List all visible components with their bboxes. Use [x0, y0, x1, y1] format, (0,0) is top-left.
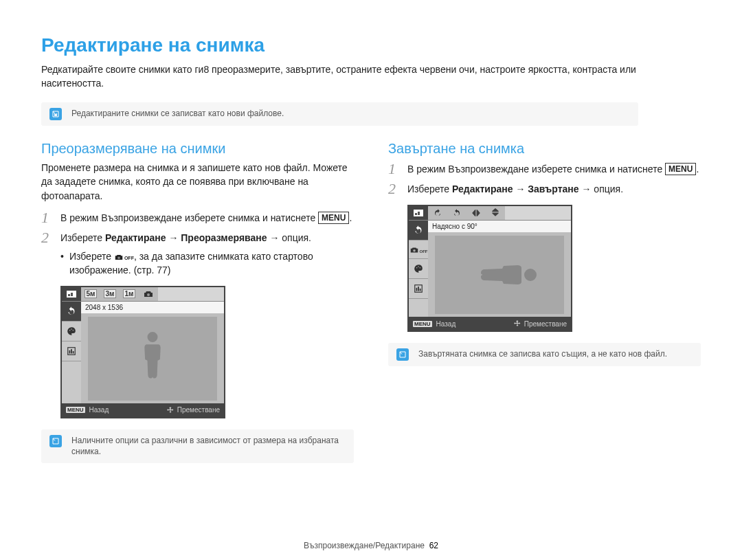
top-note-box: Редактираните снимки се записват като но…	[41, 102, 638, 126]
camera-screen-resize: 5м 3м 1м	[60, 286, 225, 418]
svg-point-0	[117, 256, 120, 259]
move-label: Преместване	[177, 406, 220, 414]
resize-step-2: 2 Изберете Редактиране → Преоразмеряване…	[41, 229, 354, 245]
step1a: В режим Възпроизвеждане изберете снимка …	[407, 164, 665, 175]
resize-bullet: Изберете OFF, за да запазите снимката ка…	[60, 249, 354, 278]
resize-note-text: Наличните опции са различни в зависимост…	[71, 435, 346, 458]
side-icon-rotate	[409, 221, 428, 240]
col-resize: Преоразмеряване на снимки Променете разм…	[41, 141, 354, 470]
svg-point-16	[416, 267, 418, 269]
back-key-icon: MENU	[66, 407, 85, 413]
rotate-heading: Завъртане на снимка	[388, 141, 701, 157]
svg-rect-11	[73, 351, 74, 354]
back-label: Назад	[89, 406, 109, 414]
svg-point-4	[147, 293, 150, 296]
rotate-note-text: Завъртяната снимка се записва като същия…	[418, 348, 667, 360]
col-rotate: Завъртане на снимка 1 В режим Възпроизве…	[388, 141, 701, 470]
resize-status: 2048 x 1536	[81, 302, 224, 313]
step1a: В режим Възпроизвеждане изберете снимка …	[60, 212, 318, 223]
top-icon-selected	[62, 287, 81, 301]
svg-rect-22	[420, 289, 421, 291]
rotate-right-icon	[428, 206, 447, 220]
dpad-icon	[513, 320, 521, 328]
preview-image	[88, 317, 217, 401]
resize-note-box: Наличните опции са различни в зависимост…	[41, 429, 354, 464]
back-label: Назад	[436, 320, 456, 328]
camera-off-icon: OFF	[114, 252, 134, 262]
page-footer: Възпроизвеждане/Редактиране 62	[0, 541, 742, 550]
camera-screen-rotate: OFF Надясно с 90°	[407, 205, 572, 332]
preview-image-rotated	[435, 236, 564, 314]
svg-rect-13	[415, 213, 417, 215]
rotate-step-1: 1 В режим Възпроизвеждане изберете снимк…	[388, 161, 701, 177]
svg-point-15	[413, 249, 416, 252]
step-number: 1	[388, 161, 407, 177]
step2a: Изберете	[60, 232, 105, 243]
footer-text: Възпроизвеждане/Редактиране	[304, 541, 425, 550]
side-icon-palette	[409, 259, 428, 279]
rotate-status: Надясно с 90°	[428, 221, 571, 232]
step2a: Изберете	[407, 183, 452, 194]
svg-point-7	[73, 330, 74, 331]
rotate-note-box: Завъртяната снимка се записва като същия…	[388, 343, 701, 366]
page-title: Редактиране на снимка	[41, 34, 701, 56]
rotate-left-icon	[447, 206, 466, 220]
top-icon-selected	[409, 206, 428, 220]
rotate-step-2: 2 Изберете Редактиране → Завъртане → опц…	[388, 181, 701, 197]
svg-rect-21	[418, 287, 419, 291]
side-icon-grid	[409, 279, 428, 299]
move-label: Преместване	[524, 320, 567, 328]
resize-step-1: 1 В режим Възпроизвеждане изберете снимк…	[41, 210, 354, 225]
step2d: Завъртане	[528, 183, 578, 194]
note-icon	[49, 108, 62, 120]
side-icon-camera-off: OFF	[409, 240, 428, 259]
step1b: .	[349, 212, 352, 223]
size-opt-1m: 1м	[120, 287, 139, 301]
note-icon	[49, 435, 62, 447]
size-opt-5m: 5м	[81, 287, 100, 301]
page-number: 62	[429, 541, 438, 550]
step2c: →	[166, 232, 181, 243]
side-icon-grid	[62, 341, 81, 361]
svg-rect-20	[416, 288, 418, 291]
flip-v-icon	[486, 206, 505, 220]
side-icon-palette	[62, 322, 81, 341]
step2b: Редактиране	[452, 183, 513, 194]
svg-rect-9	[69, 350, 71, 354]
top-note-text: Редактираните снимки се записват като но…	[71, 108, 284, 120]
svg-point-17	[418, 267, 419, 268]
step2d: Преоразмеряване	[181, 232, 267, 243]
dpad-icon	[166, 406, 175, 414]
size-opt-camera	[139, 287, 158, 301]
resize-intro: Променете размера на снимка и я запишете…	[41, 161, 354, 203]
step2b: Редактиране	[105, 232, 166, 243]
step-number: 2	[41, 230, 60, 245]
svg-rect-14	[418, 212, 420, 215]
step2e: → опция.	[579, 183, 623, 194]
flip-h-icon	[466, 206, 486, 220]
svg-rect-2	[68, 294, 70, 296]
resize-heading: Преоразмеряване на снимки	[41, 141, 354, 157]
step-number: 1	[41, 210, 60, 225]
step2e: → опция.	[267, 232, 311, 243]
svg-rect-10	[71, 349, 72, 353]
svg-point-6	[71, 328, 72, 330]
note-icon	[396, 348, 409, 361]
svg-point-5	[69, 330, 71, 331]
step2c: →	[513, 183, 528, 194]
intro-text: Редкатирайте своите снимки като ги8 прео…	[41, 63, 701, 90]
menu-key: MENU	[665, 163, 696, 175]
size-opt-3m: 3м	[100, 287, 120, 301]
svg-rect-3	[71, 293, 73, 296]
back-key-icon: MENU	[413, 321, 432, 327]
bullet-a: Изберете	[69, 251, 114, 262]
step1b: .	[696, 164, 699, 175]
svg-point-18	[420, 267, 421, 269]
side-icon-rotate	[62, 302, 81, 322]
step-number: 2	[388, 181, 407, 197]
menu-key: MENU	[318, 212, 349, 224]
